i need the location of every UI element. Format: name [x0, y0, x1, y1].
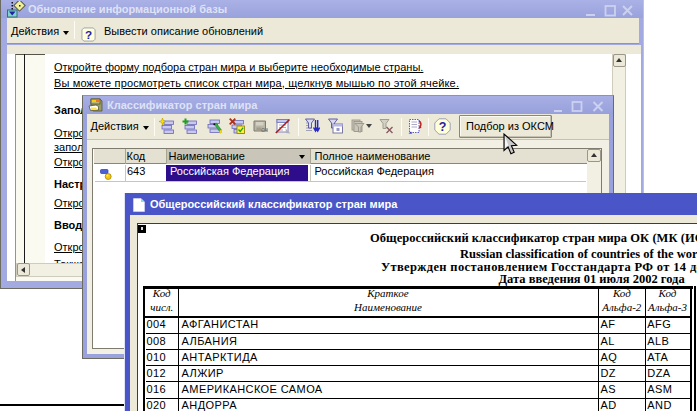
svg-text:?: ? — [85, 28, 92, 41]
svg-text:?: ? — [438, 120, 446, 134]
svg-text:ОК: ОК — [261, 127, 268, 133]
